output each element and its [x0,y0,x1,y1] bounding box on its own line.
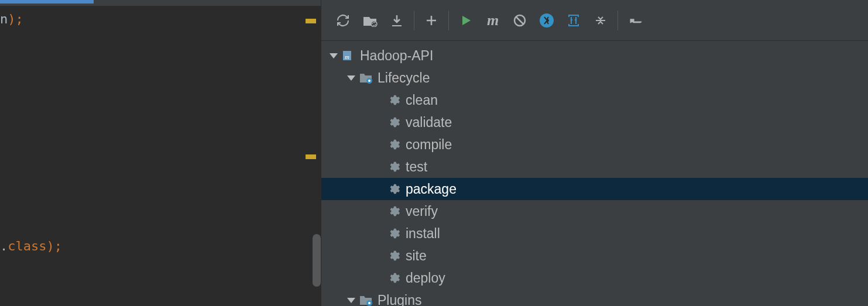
toolbar-separator [617,11,618,30]
skip-tests-icon[interactable] [506,7,533,34]
goal-label: validate [406,115,452,130]
goal-label: deploy [406,270,445,286]
lifecycle-goal-deploy[interactable]: deploy [321,267,868,289]
goal-label: clean [406,92,438,108]
svg-point-9 [368,302,370,304]
maven-panel: m m Hadoop-API [321,0,868,306]
add-icon[interactable] [418,7,445,34]
svg-point-0 [371,21,377,27]
scrollbar-thumb[interactable] [313,234,321,287]
gear-icon [387,115,401,129]
gear-icon [387,182,401,196]
maven-module-icon: m [341,49,355,63]
generate-sources-icon[interactable] [356,7,383,34]
active-tab-indicator [0,0,94,4]
toolbar-separator [414,11,414,30]
gear-icon [387,137,401,152]
svg-text:m: m [345,53,349,60]
goal-label: verify [406,204,438,219]
editor-pane: n); .class); [0,0,321,306]
maven-toolbar: m [321,0,868,41]
goal-label: site [406,248,427,264]
gear-icon [387,160,401,174]
chevron-down-icon [347,75,355,81]
refresh-icon[interactable] [330,7,356,34]
toolbar-separator [448,11,449,30]
settings-icon[interactable] [622,7,649,34]
goal-label: package [406,181,457,197]
show-dependencies-icon[interactable] [560,7,587,34]
gear-icon [387,271,401,285]
collapse-all-icon[interactable] [587,7,614,34]
chevron-down-icon [347,298,355,303]
gear-icon [387,93,401,107]
goal-label: compile [406,137,452,153]
code-line: n); [0,12,23,26]
folder-icon [359,71,373,85]
offline-icon[interactable] [533,7,560,34]
maven-tree: m Hadoop-API Lifecycle cleanvalidatecomp… [321,41,868,306]
lifecycle-goal-test[interactable]: test [321,156,868,178]
download-icon[interactable] [383,7,410,34]
gear-icon [387,204,401,218]
lifecycle-goal-compile[interactable]: compile [321,133,868,156]
gear-icon [387,249,401,263]
lifecycle-label: Lifecycle [378,70,430,86]
gear-icon [387,226,401,240]
lifecycle-goal-site[interactable]: site [321,245,868,267]
plugins-label: Plugins [378,293,421,307]
lifecycle-goal-package[interactable]: package [321,178,868,200]
maven-icon[interactable]: m [479,7,506,34]
svg-point-3 [631,22,633,25]
warning-marker[interactable] [306,19,316,23]
goal-label: install [406,226,440,242]
plugins-node[interactable]: Plugins [321,289,868,306]
run-icon[interactable] [452,7,479,34]
lifecycle-goal-validate[interactable]: validate [321,111,868,133]
lifecycle-goal-install[interactable]: install [321,222,868,245]
lifecycle-node[interactable]: Lifecycle [321,67,868,89]
lifecycle-goal-verify[interactable]: verify [321,200,868,222]
svg-point-7 [368,80,370,82]
editor-content[interactable]: n); .class); [0,6,321,18]
project-label: Hadoop-API [360,48,433,64]
project-node[interactable]: m Hadoop-API [321,44,868,67]
goal-label: test [406,159,427,175]
lifecycle-goal-clean[interactable]: clean [321,89,868,111]
folder-icon [359,293,373,306]
code-line: .class); [0,239,62,253]
editor-tab-bar [0,0,321,6]
chevron-down-icon [330,53,338,59]
warning-marker[interactable] [306,154,316,159]
